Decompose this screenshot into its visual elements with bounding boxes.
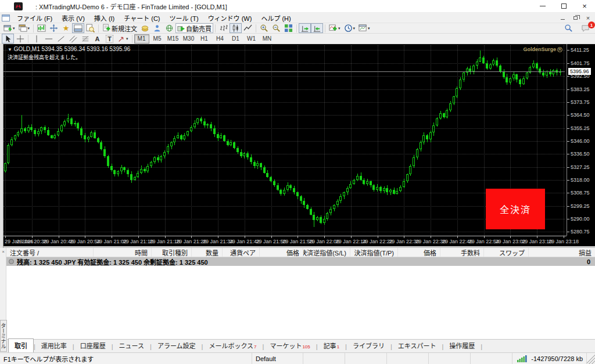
crosshair-button[interactable] bbox=[14, 34, 26, 44]
chart-ohlc-header[interactable]: ▼ GOLD,M1 5394.35 5396.34 5393.16 5395.9… bbox=[8, 46, 130, 52]
table-column-5[interactable]: 価格 bbox=[260, 248, 303, 257]
candle bbox=[472, 66, 475, 71]
chart-canvas[interactable]: 5411.255401.755392.505383.255373.755364.… bbox=[3, 44, 595, 246]
templates-button[interactable]: ▾ bbox=[357, 23, 372, 33]
chart-window-icon[interactable] bbox=[2, 15, 10, 21]
tab-4[interactable]: アラーム設定 bbox=[152, 339, 202, 352]
navigator-button[interactable]: ★ bbox=[60, 23, 72, 33]
candle bbox=[233, 142, 235, 148]
tab-7[interactable]: 記事1 bbox=[318, 339, 345, 352]
close-button[interactable]: × bbox=[574, 0, 595, 12]
channel-button[interactable] bbox=[67, 34, 79, 44]
menu-item-4[interactable]: ツール (T) bbox=[165, 13, 203, 23]
tab-5[interactable]: メールボックス7 bbox=[203, 339, 262, 352]
arrows-tool-button[interactable]: ▾ bbox=[116, 34, 130, 44]
table-column-3[interactable]: 数量 bbox=[192, 248, 223, 257]
price-tick-label: 5318.00 bbox=[571, 177, 590, 183]
timeframe-button-h1[interactable]: H1 bbox=[197, 34, 212, 44]
tab-2[interactable]: 口座履歴 bbox=[74, 339, 112, 352]
tab-10[interactable]: 操作履歴 bbox=[443, 339, 481, 352]
time-axis[interactable]: 29 Jan 202629 Jan 20:3829 Jan 20:4629 Ja… bbox=[3, 236, 567, 246]
indicators-button[interactable]: ▾ bbox=[327, 23, 342, 33]
table-column-11[interactable]: 損益 bbox=[529, 248, 595, 257]
table-column-6[interactable]: 決済逆指値(S/L) bbox=[303, 248, 350, 257]
resize-grip[interactable] bbox=[587, 353, 595, 364]
zoom-in-button[interactable] bbox=[258, 23, 270, 33]
mql-community-button[interactable] bbox=[151, 23, 163, 33]
chart-shift-button[interactable] bbox=[311, 23, 323, 33]
menu-item-0[interactable]: ファイル (F) bbox=[12, 13, 57, 23]
table-column-8[interactable]: 価格 bbox=[398, 248, 440, 257]
cursor-button[interactable] bbox=[2, 34, 14, 44]
table-column-10[interactable]: スワップ bbox=[484, 248, 529, 257]
tab-6[interactable]: マーケット105 bbox=[264, 339, 316, 352]
line-chart-button[interactable] bbox=[242, 23, 254, 33]
vertical-line-button[interactable] bbox=[30, 34, 42, 44]
notifications-button[interactable]: 1 bbox=[579, 23, 592, 33]
terminal-close-button[interactable]: × bbox=[1, 249, 6, 254]
chart-restore-button[interactable] bbox=[571, 14, 580, 21]
table-column-4[interactable]: 通貨ペア bbox=[223, 248, 260, 257]
timeframe-button-m30[interactable]: M30 bbox=[181, 34, 196, 44]
bar-chart-button[interactable] bbox=[217, 23, 230, 33]
text-tool-button[interactable]: A bbox=[91, 34, 103, 44]
table-column-7[interactable]: 決済指値(T/P) bbox=[350, 248, 398, 257]
tile-windows-button[interactable] bbox=[282, 23, 295, 33]
search-button[interactable] bbox=[562, 23, 575, 33]
status-connection[interactable]: -1427950/7228 kb bbox=[512, 353, 587, 364]
new-order-button[interactable]: 新規注文 bbox=[101, 23, 139, 33]
terminal-button[interactable] bbox=[72, 23, 84, 33]
tab-1[interactable]: 運用比率 bbox=[35, 339, 73, 352]
candle bbox=[84, 135, 86, 139]
terminal-side-tab[interactable]: ターミナル bbox=[0, 320, 7, 352]
chart-minimize-button[interactable] bbox=[558, 14, 567, 21]
tab-9[interactable]: エキスパート bbox=[392, 339, 442, 352]
close-all-button[interactable]: 全決済 bbox=[486, 189, 545, 229]
minimize-button[interactable] bbox=[532, 0, 553, 12]
menu-item-2[interactable]: 挿入 (I) bbox=[89, 13, 119, 23]
table-column-2[interactable]: 取引種別 bbox=[152, 248, 192, 257]
auto-trading-button[interactable]: 自動売買 bbox=[175, 23, 213, 33]
timeframe-button-mn[interactable]: MN bbox=[260, 34, 275, 44]
timeframe-button-m1[interactable]: M1 bbox=[134, 34, 149, 44]
metaeditor-button[interactable] bbox=[139, 23, 151, 33]
label-tool-button[interactable]: T bbox=[103, 34, 116, 44]
balance-row[interactable]: 残高: 1 325 450 JPY 有効証拠金: 1 325 450 余剰証拠金… bbox=[6, 257, 595, 266]
chart-close-button[interactable]: × bbox=[583, 14, 593, 21]
tab-0[interactable]: 取引 bbox=[8, 338, 34, 353]
timeframe-button-w1[interactable]: W1 bbox=[244, 34, 259, 44]
menu-item-1[interactable]: 表示 (V) bbox=[57, 13, 89, 23]
fibonacci-button[interactable] bbox=[79, 34, 91, 44]
zoom-out-button[interactable] bbox=[270, 23, 282, 33]
candlestick-chart-button[interactable] bbox=[230, 23, 242, 33]
timeframe-button-m5[interactable]: M5 bbox=[150, 34, 165, 44]
status-profile[interactable]: Default bbox=[252, 353, 303, 364]
tab-3[interactable]: ニュース bbox=[113, 339, 150, 352]
new-chart-button[interactable]: ▾ bbox=[2, 23, 17, 33]
menu-item-5[interactable]: ウィンドウ (W) bbox=[203, 13, 257, 23]
horizontal-line-button[interactable] bbox=[42, 34, 55, 44]
maximize-button[interactable] bbox=[553, 0, 574, 12]
timeframe-button-m15[interactable]: M15 bbox=[166, 34, 181, 44]
price-axis[interactable]: 5411.255401.755392.505383.255373.755364.… bbox=[567, 44, 595, 236]
auto-scroll-button[interactable] bbox=[299, 23, 311, 33]
profiles-button[interactable]: ▾ bbox=[17, 23, 32, 33]
strategy-tester-button[interactable] bbox=[84, 23, 96, 33]
table-column-0[interactable]: 注文番号 / bbox=[6, 248, 94, 257]
web-terminal-button[interactable] bbox=[163, 23, 175, 33]
tab-8[interactable]: ライブラリ bbox=[347, 339, 390, 352]
table-column-9[interactable]: 手数料 bbox=[440, 248, 484, 257]
timeframe-button-d1[interactable]: D1 bbox=[228, 34, 243, 44]
menu-item-6[interactable]: ヘルプ (H) bbox=[256, 13, 295, 23]
collapse-arrow-icon[interactable]: ▼ bbox=[8, 47, 12, 52]
periods-button[interactable]: ▾ bbox=[342, 23, 357, 33]
market-watch-button[interactable] bbox=[35, 23, 48, 33]
data-window-button[interactable] bbox=[48, 23, 60, 33]
table-column-1[interactable]: 時間 bbox=[94, 248, 152, 257]
price-tick-mark bbox=[567, 154, 569, 154]
timeframe-button-h4[interactable]: H4 bbox=[213, 34, 228, 44]
menu-item-3[interactable]: チャート (C) bbox=[119, 13, 164, 23]
trendline-button[interactable] bbox=[55, 34, 67, 44]
time-tick-label: 29 Jan 22:22 bbox=[363, 239, 393, 244]
profiles-icon bbox=[19, 24, 27, 33]
